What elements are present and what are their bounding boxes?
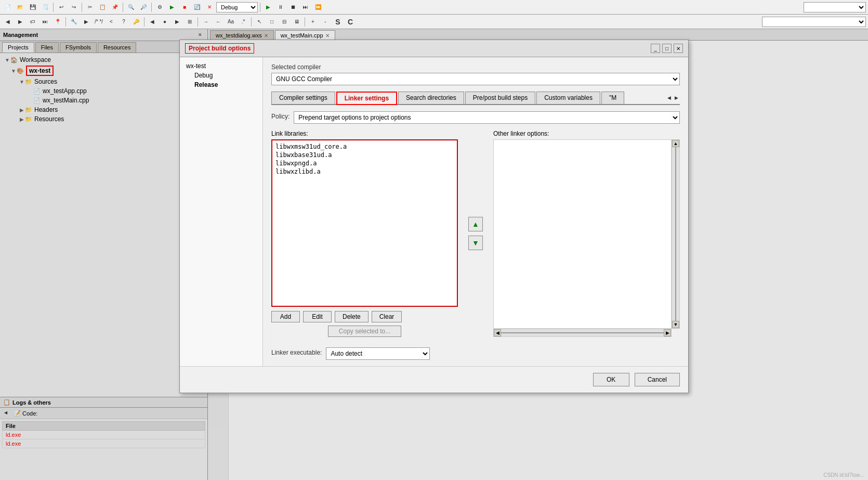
debug-stop-btn[interactable]: ⏹ [287, 2, 299, 13]
new-btn[interactable]: 📄 [2, 2, 14, 13]
question-btn[interactable]: ? [118, 16, 129, 28]
run-btn[interactable]: 🔄 [191, 2, 203, 13]
tab-linker-settings[interactable]: Linker settings [336, 92, 397, 105]
multi-btn[interactable]: ⊟ [279, 16, 290, 28]
clear-button[interactable]: Clear [372, 311, 402, 322]
add-button[interactable]: Add [271, 311, 300, 322]
move-down-btn[interactable]: ▼ [468, 236, 483, 250]
nav-btn[interactable]: 📍 [52, 16, 63, 28]
copy-btn[interactable]: 📋 [97, 2, 108, 13]
settings-btn[interactable]: ⚙ [154, 2, 165, 13]
build-btn[interactable]: ▶ [166, 2, 178, 13]
sep9 [251, 17, 252, 27]
copy-selected-btn[interactable]: Copy selected to... [328, 326, 401, 337]
save-btn[interactable]: 💾 [27, 2, 38, 13]
search-btn[interactable]: 🔍 [125, 2, 137, 13]
redo-btn[interactable]: ↪ [68, 2, 80, 13]
jump-btn[interactable]: ⏭ [40, 16, 51, 28]
zoom-in-btn[interactable]: + [307, 16, 319, 28]
policy-select[interactable]: Prepend target options to project option… [294, 111, 680, 124]
comment-btn[interactable]: /* */ [93, 16, 104, 28]
scroll-right-arrow[interactable]: ▶ [664, 329, 671, 336]
s-btn[interactable]: S [332, 16, 344, 28]
dialog-close-btn[interactable]: ✕ [674, 44, 683, 53]
key-btn[interactable]: 🔑 [130, 16, 142, 28]
scope2-select[interactable] [762, 17, 866, 27]
open-btn[interactable]: 📂 [15, 2, 26, 13]
dialog-minimize-btn[interactable]: _ [651, 44, 660, 53]
link-libraries-list[interactable]: libwxmsw31ud_core.a libwxbase31ud.a libw… [271, 139, 458, 307]
dialog-tree-root[interactable]: wx-test [182, 61, 260, 71]
tab-pre-post[interactable]: Pre/post build steps [465, 92, 535, 104]
debug-pause-btn[interactable]: ⏸ [275, 2, 286, 13]
scope-select[interactable] [804, 2, 866, 12]
c-btn[interactable]: C [345, 16, 356, 28]
case-btn[interactable]: Aa [225, 16, 236, 28]
sep3 [123, 3, 123, 12]
toolbar-second: ◀ ▶ 🏷 ⏭ 📍 🔧 ▶ /* */ < ? 🔑 ◀ ● ▶ ⊞ → ← Aa… [0, 15, 868, 29]
compiler-section: Selected compiler GNU GCC Compiler [271, 63, 680, 85]
run2-btn[interactable]: ▶ [81, 16, 92, 28]
lt-btn[interactable]: < [106, 16, 117, 28]
debug-step-btn[interactable]: ⏭ [300, 2, 311, 13]
replace-btn[interactable]: 🔎 [138, 2, 149, 13]
policy-row: Policy: Prepend target options to projec… [271, 111, 680, 124]
tab-custom-vars[interactable]: Custom variables [536, 92, 600, 104]
dialog-maximize-btn[interactable]: □ [662, 44, 672, 53]
build-config-select[interactable]: Debug [216, 2, 258, 12]
scroll-left-arrow[interactable]: ◀ [494, 329, 501, 336]
dialog-tree-release[interactable]: Release [182, 80, 260, 89]
zoom-out-btn[interactable]: - [320, 16, 331, 28]
move-up-btn[interactable]: ▲ [468, 217, 483, 231]
nav2-btn[interactable]: ◀ [147, 16, 158, 28]
tab-right-btn[interactable]: ▶ [673, 93, 680, 103]
nav3-btn[interactable]: ▶ [172, 16, 183, 28]
indent-btn[interactable]: → [200, 16, 212, 28]
tab-more[interactable]: "M [601, 92, 624, 104]
copy-selected-row: Copy selected to... [271, 326, 458, 337]
other-linker-scrollbar-v[interactable]: ▲ ▼ [672, 139, 680, 329]
other-linker-scrollbar-h[interactable]: ◀ ▶ [493, 329, 672, 337]
stop-btn[interactable]: ■ [179, 2, 190, 13]
inner-tabs: Compiler settings Linker settings Search… [271, 92, 680, 105]
lib-item-2[interactable]: libwxbase31ud.a [274, 151, 455, 159]
scroll-up-arrow[interactable]: ▲ [672, 140, 679, 147]
debug-start-btn[interactable]: ▶ [262, 2, 274, 13]
ok-button[interactable]: OK [593, 373, 629, 386]
select-btn[interactable]: ↖ [254, 16, 265, 28]
tab-compiler-settings[interactable]: Compiler settings [271, 92, 335, 104]
rect-btn[interactable]: □ [266, 16, 278, 28]
build2-btn[interactable]: 🔧 [68, 16, 80, 28]
paste-btn[interactable]: 📌 [109, 2, 121, 13]
linker-exec-row: Linker executable: Auto detect [271, 347, 680, 360]
other-linker-input[interactable] [493, 139, 672, 329]
sep2 [82, 3, 82, 12]
cancel-button[interactable]: Cancel [635, 373, 680, 386]
back-btn[interactable]: ◀ [2, 16, 14, 28]
cut-btn[interactable]: ✂ [84, 2, 96, 13]
linker-exec-select[interactable]: Auto detect [326, 347, 430, 360]
close-btn[interactable]: ✕ [204, 2, 215, 13]
lib-item-4[interactable]: libwxzlibd.a [274, 167, 455, 176]
bookmark-btn[interactable]: 🏷 [27, 16, 38, 28]
other-linker-label: Other linker options: [493, 130, 680, 137]
debug-next-btn[interactable]: ⏩ [312, 2, 324, 13]
dialog-tree-debug[interactable]: Debug [182, 71, 260, 80]
save-all-btn[interactable]: 🗒️ [40, 2, 51, 13]
regex-btn[interactable]: .* [238, 16, 249, 28]
tab-search-dirs[interactable]: Search directories [398, 92, 464, 104]
lib-item-3[interactable]: libwxpngd.a [274, 159, 455, 167]
undo-btn[interactable]: ↩ [56, 2, 67, 13]
scr-btn[interactable]: 🖥 [291, 16, 303, 28]
lib-item-1[interactable]: libwxmsw31ud_core.a [274, 142, 455, 151]
unindent-btn[interactable]: ← [213, 16, 224, 28]
compiler-select[interactable]: GNU GCC Compiler [271, 73, 680, 85]
forward-btn[interactable]: ▶ [15, 16, 26, 28]
dot-btn[interactable]: ● [159, 16, 170, 28]
delete-button[interactable]: Delete [335, 311, 369, 322]
edit-button[interactable]: Edit [303, 311, 332, 322]
toolbar-top: 📄 📂 💾 🗒️ ↩ ↪ ✂ 📋 📌 🔍 🔎 ⚙ ▶ ■ 🔄 ✕ Debug ▶… [0, 0, 868, 15]
tab-left-btn[interactable]: ◀ [665, 93, 673, 103]
expand-btn[interactable]: ⊞ [184, 16, 195, 28]
scroll-down-arrow[interactable]: ▼ [672, 321, 679, 328]
